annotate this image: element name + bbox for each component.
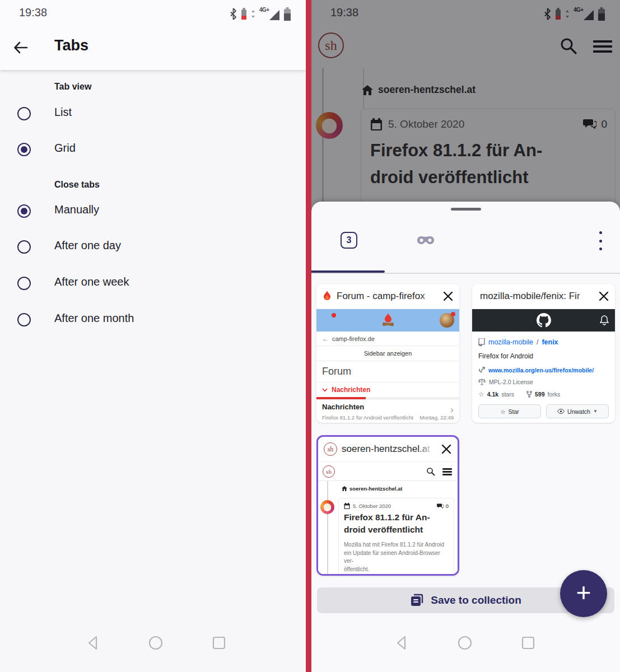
radio-option-list[interactable]: List [0,105,306,124]
radio-option-manually[interactable]: Manually [0,202,306,221]
radio-icon[interactable] [17,240,31,254]
drag-handle[interactable] [451,208,481,211]
repo-license-row: MPL-2.0 License [478,379,609,385]
radio-option-grid[interactable]: Grid [0,141,306,160]
github-repo-summary: mozilla-mobile / fenix Firefox for Andro… [472,332,615,423]
tab-title: mozilla-mobile/fenix: Fir [480,291,594,302]
github-logo-icon [537,313,551,328]
comments-count: 0 [437,503,449,509]
radio-option-after-one-day[interactable]: After one day [0,238,306,257]
normal-tabs-tab[interactable]: 3 [341,232,357,249]
radio-selected-icon[interactable] [17,143,31,156]
search-icon [426,467,435,476]
tab-card-github[interactable]: mozilla-mobile/fenix: Fir mozilla-mobile… [472,284,615,423]
radio-label: Manually [54,203,99,216]
nav-home-button[interactable] [457,635,473,651]
forum-heading: Forum [316,361,459,382]
section-label-tab-view: Tab view [54,82,91,92]
comments-icon [437,503,444,509]
settings-header: 19:38 4G+ Tabs [0,0,306,70]
tab-card-header: mozilla-mobile/fenix: Fir [472,284,615,309]
forum-category: Nachrichten [316,382,459,397]
tab-card-forum[interactable]: Forum - camp-firefox ← camp-firefox.de S… [316,284,459,423]
forum-breadcrumb: ← camp-firefox.de [316,332,459,346]
radio-icon[interactable] [17,313,31,326]
new-tab-fab[interactable]: + [560,570,607,617]
nav-home-button[interactable] [148,635,164,651]
plus-icon: + [576,580,591,605]
eye-icon [557,409,565,414]
repo-name-row: mozilla-mobile / fenix [478,338,609,346]
tab-card-header: Forum - camp-firefox [316,284,459,309]
radio-label: After one day [54,239,121,252]
screen: 19:38 4G+ Tabs Tab view Li [0,0,620,672]
screenshot-divider [306,0,311,672]
tab-card-header: sh soeren-hentzschel.at [318,437,458,461]
star-icon: ☆ [478,390,484,398]
radio-label: After one month [54,312,134,325]
user-avatar [440,313,454,328]
chevron-down-icon [322,388,328,392]
mini-post-excerpt: Mozilla hat mit Firefox 81.1.2 für Andro… [344,541,449,573]
mini-site-header: sh [318,462,458,481]
settings-panel: 19:38 4G+ Tabs Tab view Li [0,0,306,672]
collections-icon [410,594,423,607]
nav-back-button[interactable] [85,635,101,651]
status-bar-left: 19:38 4G+ [0,0,306,27]
back-button[interactable] [12,39,30,57]
forum-list-item: Nachrichten › Firefox 81.1.2 für Android… [316,399,459,423]
nav-recents-button[interactable] [520,635,536,651]
close-tab-icon[interactable] [442,291,454,302]
repo-actions-row: ☆ Star Unwatch ▼ [478,404,609,418]
star-button: ☆ Star [478,404,541,418]
nav-back-button[interactable] [394,635,409,651]
radio-label: List [54,106,72,119]
clock: 19:38 [19,6,47,19]
radio-icon[interactable] [17,107,31,120]
tab-card-soeren-selected[interactable]: sh soeren-hentzschel.at sh soeren-h [316,435,459,576]
site-logo: sh [323,465,335,478]
battery-icon [283,7,291,21]
close-tab-icon[interactable] [598,291,609,302]
tab-tray-sheet: 3 Forum - camp-firefox [311,202,620,672]
device-battery-icon [241,8,247,20]
home-icon [342,486,347,491]
unwatch-button: Unwatch ▼ [546,404,609,418]
fork-icon [526,391,532,398]
menu-icon [442,468,452,477]
campfire-favicon [322,291,332,302]
signal-icon: 4G+ [259,7,279,21]
tab-thumbnail: mozilla-mobile / fenix Firefox for Andro… [472,309,615,423]
private-mask-icon [417,235,435,245]
radio-icon[interactable] [17,277,31,290]
radio-option-after-one-month[interactable]: After one month [0,311,306,330]
radio-selected-icon[interactable] [17,204,31,218]
sidebar-toggle-label: Sidebar anzeigen [316,346,459,361]
nav-recents-button[interactable] [211,635,227,651]
system-nav-left [0,622,306,672]
caret-down-icon: ▼ [593,409,598,414]
radio-option-after-one-week[interactable]: After one week [0,274,306,293]
star-icon: ☆ [500,408,505,415]
tray-menu-button[interactable] [598,231,603,250]
notifications-bell-icon [600,315,609,325]
close-tab-icon[interactable] [441,444,452,455]
mini-site-body: soeren-hentzschel.at 5. Oktober 2020 0 [318,481,458,574]
repo-stats-row: ☆ 4.1k stars 599 forks [478,390,609,398]
tab-thumbnail: ← camp-firefox.de Sidebar anzeigen Forum… [316,309,459,423]
forum-header-bar [316,309,459,332]
tab-bar-divider [311,273,620,274]
radio-label: Grid [54,142,76,155]
tab-title: soeren-hentzschel.at [342,444,436,455]
private-tabs-tab[interactable] [417,235,435,245]
firefox-avatar [320,500,334,514]
github-header-bar [472,309,615,332]
updown-arrows-icon [251,8,255,20]
link-icon [478,367,485,374]
back-arrow-icon: ← [322,335,329,343]
repo-icon [478,338,485,346]
mini-post-card: 5. Oktober 2020 0 Firefox 81.1.2 für An-… [338,498,454,574]
repo-description: Firefox for Android [478,352,609,360]
back-arrow-icon [12,39,29,56]
system-nav-right [311,622,620,672]
